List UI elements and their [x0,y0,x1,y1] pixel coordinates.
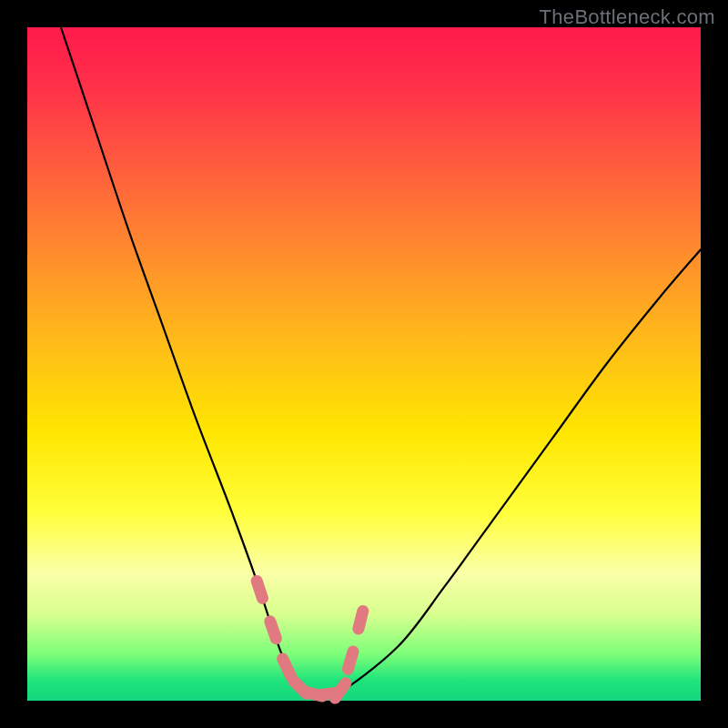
optimum-marker [270,622,277,639]
watermark-text: TheBottleneck.com [540,5,715,29]
chart-frame: TheBottleneck.com [0,0,728,728]
curve-layer [27,27,701,701]
optimum-marker [257,581,262,598]
optimum-markers [257,581,363,698]
bottleneck-curve [61,27,701,698]
optimum-marker [359,611,363,628]
optimum-marker [348,652,352,669]
optimum-marker [283,659,291,675]
optimum-marker [335,683,345,698]
